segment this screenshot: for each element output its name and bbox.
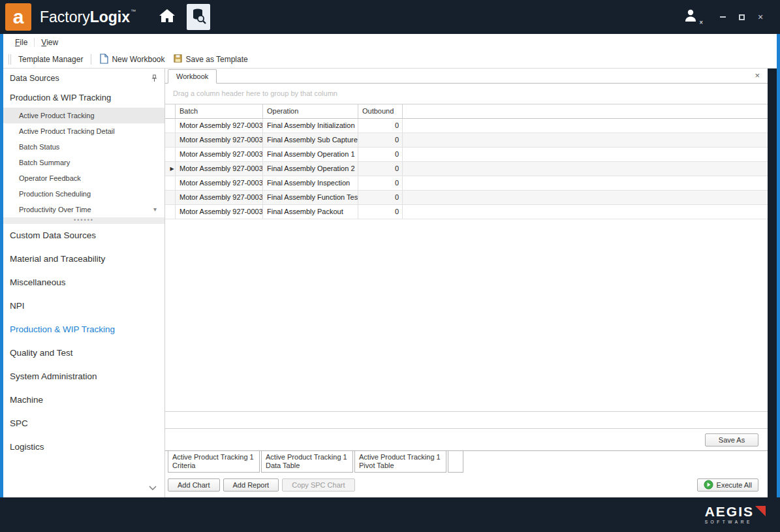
save-as-template-button[interactable]: Save as Template [169,52,252,67]
workbook-area: Workbook × Drag a column header here to … [165,69,768,497]
cell-batch: Motor Assembly 927-0003 [176,133,263,147]
cell-batch: Motor Assembly 927-0003 [176,191,263,204]
maximize-button[interactable] [738,13,745,21]
data-sources-header: Data Sources [3,69,164,88]
category-machine[interactable]: Machine [3,388,164,412]
save-as-template-label: Save as Template [186,55,248,64]
table-row-selected[interactable]: ▶ Motor Assembly 927-0003 Final Assembly… [165,162,768,176]
chevron-down-icon[interactable]: ▾ [153,202,157,217]
logout-user-button[interactable]: × [681,7,702,27]
cell-operation: Final Assembly Operation 2 [263,162,358,176]
add-report-button[interactable]: Add Report [223,478,279,492]
column-header-operation[interactable]: Operation [263,104,358,118]
data-sources-panel: Data Sources Production & WIP Tracking A… [3,69,165,497]
row-indicator-cell [165,176,176,190]
tab-criteria[interactable]: Active Product Tracking 1 Criteria [168,451,260,473]
aegis-tagline: SOFTWARE [705,520,754,524]
category-quality-and-test[interactable]: Quality and Test [3,341,164,365]
brand-part1: Factory [40,8,90,25]
tree-item-label: Productivity Over Time [19,206,91,213]
cell-outbound: 0 [358,205,403,219]
category-material-traceability[interactable]: Material and Traceability [3,247,164,271]
category-custom-data-sources[interactable]: Custom Data Sources [3,224,164,247]
row-indicator-cell [165,148,176,161]
tree-item-batch-summary[interactable]: Batch Summary [3,155,164,170]
toolbar-separator [91,54,91,65]
row-indicator-cell: ▶ [165,162,176,176]
cell-operation: Final Assembly Sub Capture [263,133,358,147]
workbook-tabstrip: Workbook × [165,69,768,84]
category-production-wip-tracking[interactable]: Production & WIP Tracking [3,318,164,341]
tree-item-operator-feedback[interactable]: Operator Feedback [3,170,164,186]
tab-criteria-line2: Criteria [172,462,255,470]
cell-batch: Motor Assembly 927-0003 [176,148,263,161]
toolbar-grip [8,54,11,65]
tree-item-batch-status[interactable]: Batch Status [3,139,164,155]
category-npi[interactable]: NPI [3,294,164,318]
new-workbook-label: New Workbook [112,55,164,64]
cell-operation: Final Assembly Function Test [263,191,358,204]
execute-all-button[interactable]: Execute All [697,478,758,492]
right-dock-strip [768,69,777,497]
pin-icon[interactable] [151,74,158,82]
category-miscellaneous[interactable]: Miscellaneous [3,271,164,294]
category-spc[interactable]: SPC [3,412,164,435]
category-system-administration[interactable]: System Administration [3,365,164,388]
cell-batch: Motor Assembly 927-0003 [176,162,263,176]
tree-section-production-wip[interactable]: Production & WIP Tracking [3,88,164,108]
table-row[interactable]: Motor Assembly 927-0003 Final Assembly P… [165,205,768,219]
grid-footer-strip [165,411,768,429]
app-frame: File View Template Manager New Workbook … [0,34,780,497]
tab-pivot-table[interactable]: Active Product Tracking 1 Pivot Table [354,451,446,473]
column-header-batch[interactable]: Batch [176,104,263,118]
sidebar-splitter[interactable]: •••••• [3,217,164,224]
tab-data-table[interactable]: Active Product Tracking 1 Data Table [261,451,353,473]
aegis-arrow-icon [755,506,766,516]
table-row[interactable]: Motor Assembly 927-0003 Final Assembly O… [165,148,768,162]
close-window-button[interactable]: × [757,13,764,21]
column-header-outbound[interactable]: Outbound [358,104,403,118]
new-workbook-button[interactable]: New Workbook [95,52,168,67]
grid-empty-area [165,219,768,411]
tree-item-label: Production Scheduling [19,190,91,198]
brand-part2: Logix [90,8,130,25]
tab-workbook[interactable]: Workbook [168,69,217,84]
add-chart-button[interactable]: Add Chart [168,478,220,492]
tab-stub[interactable] [448,451,463,473]
titlebar: a FactoryLogix™ × [0,0,780,34]
table-row[interactable]: Motor Assembly 927-0003 Final Assembly I… [165,176,768,191]
tree-item-active-product-tracking[interactable]: Active Product Tracking [3,108,164,123]
template-manager-button[interactable]: Template Manager [14,54,87,65]
tree-item-label: Batch Status [19,143,59,151]
minimize-button[interactable] [719,13,726,21]
table-row[interactable]: Motor Assembly 927-0003 Final Assembly F… [165,191,768,205]
new-workbook-icon [99,54,108,66]
menu-view[interactable]: View [37,37,62,48]
menu-file[interactable]: File [11,37,31,48]
home-icon [159,8,176,26]
tab-data-table-line1: Active Product Tracking 1 [266,453,349,462]
category-logistics[interactable]: Logistics [3,435,164,459]
maximize-icon [739,14,745,20]
save-as-button[interactable]: Save As [705,433,758,446]
close-workbook-icon[interactable]: × [755,71,760,80]
tab-criteria-line1: Active Product Tracking 1 [172,453,255,462]
sidebar-scroll-chevron-icon[interactable] [149,486,157,491]
table-row[interactable]: Motor Assembly 927-0003 Final Assembly S… [165,133,768,148]
table-row[interactable]: Motor Assembly 927-0003 Final Assembly I… [165,119,768,133]
cell-outbound: 0 [358,191,403,204]
data-explorer-button[interactable] [187,4,210,30]
home-button[interactable] [155,5,179,29]
cell-outbound: 0 [358,148,403,161]
tree-item-productivity-over-time[interactable]: Productivity Over Time ▾ [3,202,164,217]
database-search-icon [191,7,206,27]
cell-operation: Final Assembly Initialization [263,119,358,133]
tree-item-active-product-tracking-detail[interactable]: Active Product Tracking Detail [3,123,164,139]
tab-pivot-table-line1: Active Product Tracking 1 [359,453,442,462]
tree-item-production-scheduling[interactable]: Production Scheduling [3,186,164,202]
cell-operation: Final Assembly Operation 1 [263,148,358,161]
app-window: a FactoryLogix™ × [0,0,780,532]
aegis-logo: AEGIS SOFTWARE [705,505,766,524]
selected-row-pointer-icon: ▶ [169,162,175,176]
save-template-icon [173,54,183,65]
